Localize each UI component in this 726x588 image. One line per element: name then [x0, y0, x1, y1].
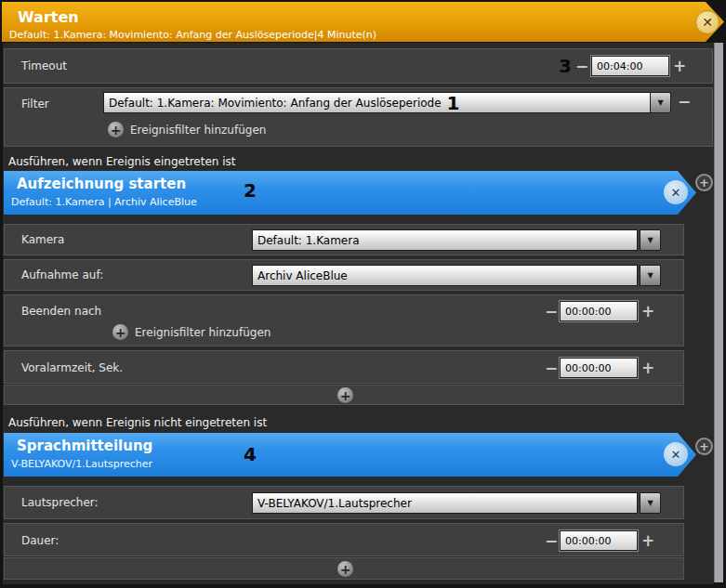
banner1-subtitle: Default: 1.Kamera | Archiv AliceBlue	[11, 196, 197, 208]
beenden-plus-button[interactable]: +	[640, 304, 655, 319]
add-eventfilter2-link[interactable]: Ereignisfilter hinzufügen	[135, 326, 271, 339]
remove-action1-icon[interactable]: ✕	[664, 180, 688, 204]
lautsprecher-combobox-value: V-BELYAKOV/1.Lautsprecher	[257, 497, 412, 510]
dauer-plus-button[interactable]: +	[640, 533, 655, 548]
dauer-value-field[interactable]: 00:00:00	[560, 530, 638, 551]
filter-combobox-value: Default: 1.Kamera: Movimiento: Anfang de…	[109, 97, 442, 110]
warten-dialog: Warten Default: 1.Kamera: Movimiento: An…	[0, 0, 726, 588]
add-filter-icon[interactable]: +	[108, 122, 124, 137]
aufnahme-row: Aufnahme auf: Archiv AliceBlue ▼	[4, 259, 684, 291]
add-filter2-icon[interactable]: +	[112, 324, 128, 340]
add-action2-button[interactable]: +	[695, 438, 713, 455]
annotation-2: 2	[244, 179, 257, 202]
section2-label: Ausführen, wenn Ereignis nicht eingetret…	[8, 416, 267, 429]
annotation-4: 4	[244, 443, 257, 465]
banner2-title: Sprachmitteilung	[17, 438, 152, 454]
scrollbar[interactable]	[714, 43, 723, 582]
annotation-1: 1	[447, 92, 460, 113]
timeout-minus-button[interactable]: −	[574, 59, 589, 73]
aufnahme-combobox[interactable]: Archiv AliceBlue	[252, 265, 638, 286]
filter-combobox[interactable]: Default: 1.Kamera: Movimiento: Anfang de…	[103, 92, 651, 113]
voralarm-row: Voralarmzeit, Sek. − 00:00:00 +	[4, 350, 684, 384]
dauer-label: Dauer:	[21, 534, 59, 547]
kamera-combobox-value: Default: 1.Kamera	[257, 234, 360, 247]
beenden-value-field[interactable]: 00:00:00	[560, 301, 638, 321]
lautsprecher-dropdown-icon[interactable]: ▼	[640, 492, 661, 514]
aufnahme-dropdown-icon[interactable]: ▼	[640, 265, 661, 286]
kamera-row: Kamera Default: 1.Kamera ▼	[4, 224, 684, 255]
banner1-title: Aufzeichnung starten	[17, 176, 186, 192]
dialog-subtitle: Default: 1.Kamera: Movimiento: Anfang de…	[9, 29, 376, 41]
aufnahme-combobox-value: Archiv AliceBlue	[257, 269, 348, 282]
beenden-block: Beenden nach − 00:00:00 + + Ereignisfilt…	[4, 294, 684, 346]
beenden-label: Beenden nach	[21, 305, 101, 318]
voralarm-label: Voralarmzeit, Sek.	[21, 361, 123, 374]
kamera-combobox[interactable]: Default: 1.Kamera	[252, 229, 638, 251]
timeout-value-field[interactable]: 00:04:00	[591, 56, 669, 76]
kamera-label: Kamera	[21, 233, 64, 246]
voralarm-value-field[interactable]: 00:00:00	[560, 358, 638, 378]
section2-add-icon[interactable]: +	[337, 561, 353, 577]
section1-label: Ausführen, wenn Ereignis eingetreten ist	[8, 155, 235, 168]
action-banner-aufzeichnung[interactable]: Aufzeichnung starten Default: 1.Kamera |…	[4, 171, 696, 215]
section1-add-icon[interactable]: +	[337, 387, 353, 403]
action-banner-sprachmitteilung[interactable]: Sprachmitteilung V-BELYAKOV/1.Lautsprech…	[4, 433, 696, 477]
filter-dropdown-icon[interactable]: ▼	[650, 92, 671, 113]
dauer-minus-button[interactable]: −	[544, 533, 559, 548]
timeout-plus-button[interactable]: +	[672, 59, 687, 73]
filter-label: Filter	[21, 98, 49, 111]
add-action1-button[interactable]: +	[695, 174, 713, 191]
lautsprecher-combobox[interactable]: V-BELYAKOV/1.Lautsprecher	[252, 492, 638, 514]
timeout-label: Timeout	[21, 59, 67, 72]
timeout-row: Timeout 3 − 00:04:00 +	[4, 48, 713, 84]
add-eventfilter-link[interactable]: Ereignisfilter hinzufügen	[130, 124, 266, 137]
banner2-subtitle: V-BELYAKOV/1.Lautsprecher	[11, 458, 152, 470]
kamera-dropdown-icon[interactable]: ▼	[640, 229, 661, 251]
lautsprecher-label: Lautsprecher:	[21, 496, 99, 509]
dialog-body: Timeout 3 − 00:04:00 + Filter Default: 1…	[3, 43, 714, 584]
close-icon[interactable]: ✕	[695, 10, 719, 34]
voralarm-minus-button[interactable]: −	[544, 360, 559, 375]
annotation-3: 3	[559, 55, 572, 77]
remove-action2-icon[interactable]: ✕	[664, 442, 688, 466]
aufnahme-label: Aufnahme auf:	[21, 268, 103, 281]
dialog-title: Warten	[18, 8, 79, 26]
beenden-minus-button[interactable]: −	[544, 304, 559, 319]
dauer-row: Dauer: − 00:00:00 +	[4, 523, 684, 556]
filter-block: Filter Default: 1.Kamera: Movimiento: An…	[4, 87, 713, 147]
section1-addrow: +	[4, 385, 684, 405]
section2-addrow: +	[4, 557, 684, 580]
filter-remove-button[interactable]: −	[677, 94, 692, 109]
lautsprecher-row: Lautsprecher: V-BELYAKOV/1.Lautsprecher …	[4, 486, 684, 519]
dialog-header[interactable]: Warten Default: 1.Kamera: Movimiento: An…	[2, 2, 724, 42]
voralarm-plus-button[interactable]: +	[640, 360, 655, 375]
